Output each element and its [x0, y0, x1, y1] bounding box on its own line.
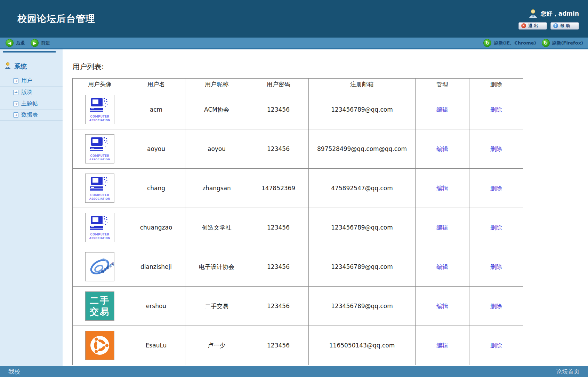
edit-link[interactable]: 编辑: [436, 263, 448, 270]
password-cell: 123456: [248, 208, 309, 247]
sidebar-menu: 用户版块主题帖数据表: [0, 75, 63, 121]
table-body: COMPUTERASSOCIATIONacmACM协会1234561234567…: [73, 90, 523, 365]
manage-cell: 编辑: [416, 326, 469, 365]
nickname-cell: 电子设计协会: [185, 247, 248, 287]
logout-label: 退 出: [528, 23, 538, 29]
username-cell: acm: [127, 90, 185, 129]
avatar-cell: 电子设计协会: [73, 247, 127, 287]
sidebar-item-1[interactable]: 版块: [0, 86, 63, 98]
table-row: 电子设计协会dianzisheji电子设计协会123456123456789@q…: [73, 247, 523, 287]
refresh-firefox-button[interactable]: ↻ 刷新(Firefox): [542, 39, 583, 47]
sidebar: 系统 用户版块主题帖数据表: [0, 49, 63, 377]
column-header: 用户名: [127, 79, 185, 90]
nav-right-group: ↻ 刷新(IE、Chrome) ↻ 刷新(Firefox): [483, 39, 583, 47]
svg-text:COMPUTER: COMPUTER: [90, 154, 110, 158]
password-cell: 123456: [248, 90, 309, 129]
second-hand-avatar: 二手交易: [86, 292, 114, 320]
edit-link[interactable]: 编辑: [436, 342, 448, 349]
delete-cell: 删除: [469, 247, 523, 287]
table-row: EsauLu卢一少1234561165050143@qq.com编辑删除: [73, 326, 523, 365]
logout-icon: ✕: [521, 23, 526, 28]
delete-link[interactable]: 删除: [490, 303, 502, 310]
electronic-design-avatar: 电子设计协会: [86, 252, 114, 281]
computer-association-avatar: COMPUTERASSOCIATION: [86, 213, 114, 242]
arrow-icon: [13, 78, 18, 83]
svg-text:ASSOCIATION: ASSOCIATION: [89, 119, 110, 122]
svg-text:ASSOCIATION: ASSOCIATION: [89, 197, 110, 200]
refresh-icon: ↻: [542, 39, 550, 47]
back-button[interactable]: ◀ 后退: [6, 39, 25, 47]
refresh-icon: ↻: [483, 39, 491, 47]
refresh-ie-chrome-label: 刷新(IE、Chrome): [494, 40, 536, 46]
avatar-cell: COMPUTERASSOCIATION: [73, 129, 127, 169]
delete-link[interactable]: 删除: [490, 106, 502, 113]
greeting-text: 您好，admin: [541, 10, 579, 18]
help-button[interactable]: ? 帮 助: [550, 22, 579, 30]
edit-link[interactable]: 编辑: [436, 224, 448, 231]
edit-link[interactable]: 编辑: [436, 106, 448, 113]
sidebar-item-0[interactable]: 用户: [0, 75, 63, 86]
manage-cell: 编辑: [416, 208, 469, 247]
page: 校园论坛后台管理 您好，admin ✕ 退 出 ?: [0, 0, 588, 377]
table-row: COMPUTERASSOCIATIONaoyouaoyou12345689752…: [73, 129, 523, 169]
manage-cell: 编辑: [416, 287, 469, 326]
sidebar-section-system[interactable]: 系统: [0, 60, 63, 75]
nav-left-group: ◀ 后退 ▶ 前进: [6, 39, 50, 47]
arrow-icon: [13, 90, 18, 95]
header-buttons: ✕ 退 出 ? 帮 助: [518, 22, 579, 30]
delete-link[interactable]: 删除: [490, 145, 502, 152]
user-table: 用户头像用户名用户昵称用户密码注册邮箱管理删除 COMPUTERASSOCIAT…: [72, 78, 523, 365]
table-row: COMPUTERASSOCIATIONchangzhangsan14785236…: [73, 169, 523, 208]
nickname-cell: 二手交易: [185, 287, 248, 326]
refresh-firefox-label: 刷新(Firefox): [552, 40, 583, 46]
column-header: 用户密码: [248, 79, 309, 90]
edit-link[interactable]: 编辑: [436, 185, 448, 192]
delete-link[interactable]: 删除: [490, 263, 502, 270]
edit-link[interactable]: 编辑: [436, 145, 448, 152]
username-cell: chang: [127, 169, 185, 208]
delete-link[interactable]: 删除: [490, 224, 502, 231]
email-cell: 1165050143@qq.com: [309, 326, 416, 365]
email-cell: 123456789@qq.com: [309, 90, 416, 129]
table-row: 二手交易ershou二手交易123456123456789@qq.com编辑删除: [73, 287, 523, 326]
sidebar-item-label: 数据表: [21, 111, 38, 119]
password-cell: 123456: [248, 326, 309, 365]
password-cell: 147852369: [248, 169, 309, 208]
svg-text:ASSOCIATION: ASSOCIATION: [89, 236, 110, 240]
svg-text:COMPUTER: COMPUTER: [90, 194, 110, 197]
table-row: COMPUTERASSOCIATIONacmACM协会1234561234567…: [73, 90, 523, 129]
computer-association-avatar: COMPUTERASSOCIATION: [86, 174, 114, 202]
avatar-cell: COMPUTERASSOCIATION: [73, 208, 127, 247]
svg-text:ASSOCIATION: ASSOCIATION: [89, 158, 110, 161]
avatar-cell: [73, 326, 127, 365]
delete-link[interactable]: 删除: [490, 185, 502, 192]
user-block: 您好，admin ✕ 退 出 ? 帮 助: [518, 8, 579, 30]
username-cell: dianzisheji: [127, 247, 185, 287]
refresh-ie-chrome-button[interactable]: ↻ 刷新(IE、Chrome): [483, 39, 536, 47]
email-cell: 123456789@qq.com: [309, 208, 416, 247]
edit-link[interactable]: 编辑: [436, 303, 448, 310]
password-cell: 123456: [248, 247, 309, 287]
username-cell: chuangzao: [127, 208, 185, 247]
username-cell: ershou: [127, 287, 185, 326]
nav-bar: ◀ 后退 ▶ 前进 ↻ 刷新(IE、Chrome) ↻ 刷新(Firefox): [0, 38, 588, 49]
table-header-row: 用户头像用户名用户昵称用户密码注册邮箱管理删除: [73, 79, 523, 90]
sidebar-item-3[interactable]: 数据表: [0, 109, 63, 121]
nickname-cell: ACM协会: [185, 90, 248, 129]
delete-cell: 删除: [469, 287, 523, 326]
sidebar-item-2[interactable]: 主题帖: [0, 98, 63, 109]
avatar-cell: COMPUTERASSOCIATION: [73, 90, 127, 129]
logout-button[interactable]: ✕ 退 出: [518, 22, 547, 30]
footer-forum-home-link[interactable]: 论坛首页: [556, 368, 580, 376]
sidebar-divider: [3, 51, 56, 53]
delete-link[interactable]: 删除: [490, 342, 502, 349]
table-row: COMPUTERASSOCIATIONchuangzao创造文学社1234561…: [73, 208, 523, 247]
email-cell: 123456789@qq.com: [309, 247, 416, 287]
sidebar-item-label: 版块: [21, 89, 32, 96]
user-avatar-icon: [528, 8, 538, 19]
svg-text:COMPUTER: COMPUTER: [90, 115, 110, 118]
content-area: 系统 用户版块主题帖数据表 用户列表: 用户头像用户名用户昵称用户密码注册邮箱管…: [0, 49, 588, 377]
footer-school-link[interactable]: 我校: [8, 368, 20, 376]
forward-button[interactable]: ▶ 前进: [31, 39, 50, 47]
nickname-cell: 卢一少: [185, 326, 248, 365]
